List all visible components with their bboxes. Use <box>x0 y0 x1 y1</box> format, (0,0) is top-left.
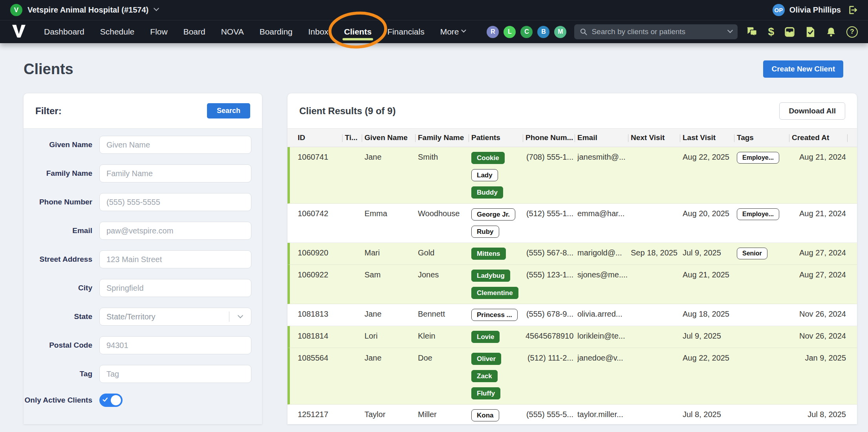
nav-items: DashboardScheduleFlowBoardNOVABoardingIn… <box>44 20 465 43</box>
phone-number-input[interactable] <box>99 193 251 211</box>
patient-chip[interactable]: Kona <box>471 409 499 421</box>
cell-last-visit: Aug 20, 2025 <box>683 204 737 223</box>
column-header-created-at[interactable]: Created At <box>792 129 850 147</box>
staff-avatar-c[interactable]: C <box>520 26 533 38</box>
column-header-id[interactable]: ID <box>298 129 345 147</box>
cell-patients: CookieLadyBuddy <box>471 147 526 203</box>
chevron-down-icon[interactable] <box>727 27 733 33</box>
table-row[interactable]: 1060742EmmaWoodhouseGeorge Jr.Ruby(512) … <box>288 204 857 243</box>
column-header-phone-num[interactable]: Phone Num... <box>526 129 577 147</box>
nav-item-label: Flow <box>150 27 167 36</box>
city-input[interactable] <box>99 279 251 297</box>
org-switcher[interactable]: V Vetspire Animal Hospital (#1574) <box>10 4 158 16</box>
state-select[interactable]: State/Territory <box>99 308 251 326</box>
nav-item-flow[interactable]: Flow <box>150 20 167 43</box>
staff-avatar-b[interactable]: B <box>537 26 549 38</box>
filter-field-street-address: Street Address <box>24 250 251 268</box>
download-all-button[interactable]: Download All <box>779 102 845 120</box>
nav-item-nova[interactable]: NOVA <box>221 20 244 43</box>
patient-chip[interactable]: Lady <box>471 169 498 181</box>
patient-chip[interactable]: Ruby <box>471 226 499 238</box>
patient-chip[interactable]: Princess ... <box>471 309 518 321</box>
patient-chip[interactable]: Buddy <box>471 186 503 199</box>
column-header-tags[interactable]: Tags <box>737 129 792 147</box>
cell-id: 1081814 <box>298 326 345 346</box>
cell-id: 1060742 <box>298 204 345 223</box>
patient-chip[interactable]: Fluffy <box>471 387 500 399</box>
patient-chip[interactable]: Oliver <box>471 353 501 365</box>
payments-icon[interactable]: $ <box>768 26 774 37</box>
staff-avatar-r[interactable]: R <box>487 26 499 38</box>
table-row[interactable]: 1060741JaneSmithCookieLadyBuddy(708) 555… <box>288 147 857 204</box>
patient-chip[interactable]: Lovie <box>471 331 500 343</box>
patient-chip[interactable]: Clementine <box>471 287 518 299</box>
help-icon[interactable]: ? <box>846 26 858 38</box>
cell-last-visit: Jul 9, 2025 <box>683 243 737 262</box>
messages-icon[interactable] <box>746 26 758 37</box>
user-area: OP Olivia Phillips <box>773 4 858 16</box>
tag-chip[interactable]: Employe... <box>737 152 779 164</box>
field-label-family-name: Family Name <box>24 169 92 178</box>
column-header-next-visit[interactable]: Next Visit <box>631 129 683 147</box>
email-input[interactable] <box>99 222 251 240</box>
nav-item-more[interactable]: More <box>440 20 465 43</box>
results-title: Client Results (9 of 9) <box>299 106 396 117</box>
inbox-tray-icon[interactable] <box>784 26 795 38</box>
nav-item-boarding[interactable]: Boarding <box>260 20 293 43</box>
cell-patients: Kona <box>471 405 526 424</box>
tag-chip[interactable]: Employe... <box>737 208 779 220</box>
staff-avatar-m[interactable]: M <box>554 26 566 38</box>
table-row[interactable]: 1085564JaneDoeOliverZackFluffy(512) 111-… <box>288 348 857 405</box>
cell-given-name: Sam <box>364 265 418 284</box>
user-avatar[interactable]: OP <box>773 4 785 16</box>
filter-search-button[interactable]: Search <box>207 103 250 118</box>
column-header-patients[interactable]: Patients <box>471 129 526 147</box>
cell-id: 1251217 <box>298 405 345 424</box>
nav-item-clients[interactable]: Clients <box>344 20 372 43</box>
table-row[interactable]: 1081813JaneBennettPrincess ...(555) 678-… <box>288 304 857 326</box>
cell-title <box>345 243 364 253</box>
global-search-input[interactable]: Search by clients or patients <box>574 24 738 39</box>
staff-avatar-l[interactable]: L <box>504 26 516 38</box>
only-active-clients-toggle[interactable] <box>99 394 123 407</box>
cell-family-name: Smith <box>418 147 471 167</box>
column-header-email[interactable]: Email <box>577 129 631 147</box>
nav-item-board[interactable]: Board <box>183 20 205 43</box>
patient-chip[interactable]: George Jr. <box>471 208 515 221</box>
family-name-input[interactable] <box>99 164 251 182</box>
tag-input[interactable] <box>99 365 251 383</box>
cell-email: taylor.miller... <box>577 405 631 424</box>
nav-item-financials[interactable]: Financials <box>387 20 425 43</box>
column-header-last-visit[interactable]: Last Visit <box>683 129 737 147</box>
nav-item-label: More <box>440 27 459 36</box>
cell-tags: Employe... <box>737 147 792 168</box>
patient-chip[interactable]: Ladybug <box>471 270 510 282</box>
nav-item-schedule[interactable]: Schedule <box>100 20 135 43</box>
cell-phone: (555) 678-9... <box>526 304 577 324</box>
table-row[interactable]: 1251217TaylorMillerKona(555) 555-5...tay… <box>288 405 857 424</box>
column-header-given-name[interactable]: Given Name <box>364 129 418 147</box>
column-header-ti[interactable]: Ti... <box>345 129 364 147</box>
postal-code-input[interactable] <box>99 336 251 354</box>
patient-chip[interactable]: Zack <box>471 370 498 382</box>
nav-item-dashboard[interactable]: Dashboard <box>44 20 84 43</box>
street-address-input[interactable] <box>99 250 251 268</box>
patient-chip[interactable]: Mittens <box>471 248 506 260</box>
vetspire-logo-icon[interactable] <box>10 24 27 40</box>
filter-field-only-active-clients: Only Active Clients <box>24 394 251 407</box>
cell-title <box>345 304 364 315</box>
notifications-icon[interactable] <box>826 26 837 38</box>
nav-item-inbox[interactable]: Inbox <box>308 20 328 43</box>
create-new-client-button[interactable]: Create New Client <box>763 60 843 78</box>
patient-chip[interactable]: Cookie <box>471 152 505 164</box>
table-row[interactable]: 1060920MariGoldMittens(555) 567-8...mari… <box>288 243 857 265</box>
table-row[interactable]: 1060922SamJonesLadybugClementine(555) 12… <box>288 265 857 304</box>
tag-chip[interactable]: Senior <box>737 248 767 259</box>
filter-field-postal-code: Postal Code <box>24 336 251 354</box>
tasks-icon[interactable] <box>805 26 816 38</box>
column-header-family-name[interactable]: Family Name <box>418 129 471 147</box>
cell-given-name: Jane <box>364 304 418 324</box>
table-row[interactable]: 1081814LoriKleinLovie45645678910loriklei… <box>288 326 857 348</box>
given-name-input[interactable] <box>99 136 251 154</box>
logout-icon[interactable] <box>847 5 858 15</box>
